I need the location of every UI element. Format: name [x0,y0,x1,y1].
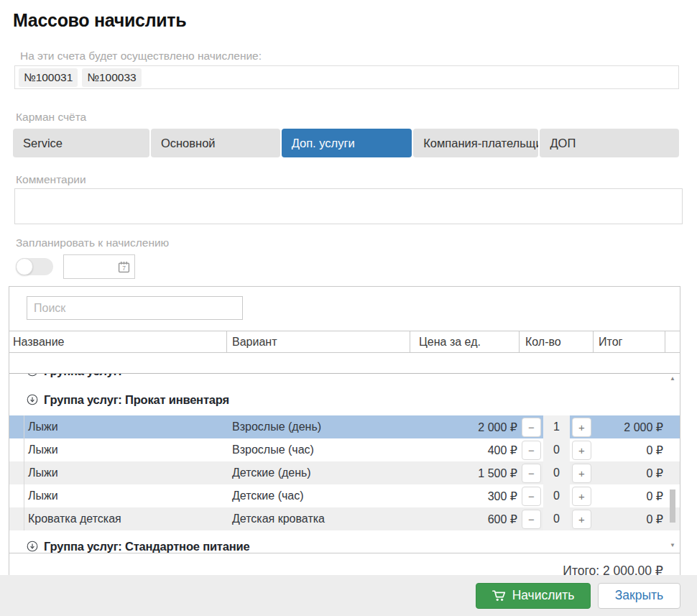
pocket-tab[interactable]: Доп. услуги [282,129,412,157]
accounts-box: №100031№100033 [14,65,679,89]
quantity-stepper: −1+ [520,415,594,438]
pocket-label: Карман счёта [16,111,697,124]
collapse-arrow-icon[interactable] [27,394,38,405]
item-total: 2 000 ₽ [594,420,680,434]
column-header: Название [9,331,227,352]
quantity-value: 0 [543,507,570,530]
clipped-group-row: Группа услуг: [9,374,680,384]
item-total: 0 ₽ [594,512,680,526]
scroll-up-arrow[interactable]: ▲ [668,376,677,382]
service-item-row[interactable]: ЛыжиДетские (день)1 500 ₽−0+0 ₽ [9,461,680,484]
page-title: Массово начислить [13,10,697,31]
schedule-date-field: 7 [63,254,135,279]
item-unit-price: 600 ₽ [410,512,520,526]
toggle-knob [16,258,33,275]
service-item-row[interactable]: ЛыжиДетские (час)300 ₽−0+0 ₽ [9,484,680,507]
row-indent-cell [9,461,24,484]
vertical-scrollbar: ▲ ▼ [668,376,677,548]
row-indent-cell [9,415,24,438]
quantity-increase-button[interactable]: + [572,441,591,460]
scroll-down-arrow[interactable]: ▼ [668,543,677,548]
quantity-decrease-button[interactable]: − [522,510,541,529]
account-tag: №100031 [19,68,78,87]
row-indent-cell [9,438,24,461]
item-unit-price: 300 ₽ [410,489,520,503]
account-tag: №100033 [82,68,141,87]
table-header: НазваниеВариантЦена за ед.Кол-воИтог [9,331,680,353]
quantity-increase-button[interactable]: + [572,487,591,506]
footer-bar: Начислить Закрыть [0,575,697,616]
item-variant: Детская кроватка [227,512,410,525]
charge-button[interactable]: Начислить [476,583,591,609]
pocket-tabs: ServiceОсновнойДоп. услугиКомпания-плате… [13,129,679,157]
item-name: Лыжи [24,443,227,456]
group-header-row[interactable]: Группа услуг: Стандартное питание [9,530,680,553]
quantity-decrease-button[interactable]: − [522,441,541,460]
item-variant: Взрослые (день) [227,420,410,433]
row-indent-cell [9,484,24,507]
cart-icon [492,589,507,602]
item-name: Лыжи [24,466,227,479]
item-unit-price: 2 000 ₽ [410,420,520,434]
schedule-toggle[interactable] [16,258,53,275]
accounts-label: На эти счета будет осуществлено начислен… [20,50,697,63]
pocket-tab[interactable]: ДОП [540,129,679,157]
service-item-row[interactable]: ЛыжиВзрослые (час)400 ₽−0+0 ₽ [9,438,680,461]
search-input[interactable] [27,296,243,320]
quantity-decrease-button[interactable]: − [522,487,541,506]
quantity-increase-button[interactable]: + [572,510,591,529]
charge-button-label: Начислить [512,588,575,603]
column-header: Вариант [227,331,410,352]
table-gap-row [9,353,680,373]
services-table: НазваниеВариантЦена за ед.Кол-воИтог Гру… [9,286,680,587]
quantity-increase-button[interactable]: + [572,418,591,437]
group-header-label: Группа услуг: [44,374,122,378]
comments-input[interactable] [14,188,683,224]
item-total: 0 ₽ [594,443,680,457]
item-total: 0 ₽ [594,489,680,503]
schedule-label: Запланировать к начислению [16,236,697,249]
quantity-increase-button[interactable]: + [572,464,591,483]
schedule-row: 7 [16,254,697,279]
quantity-value: 1 [543,415,570,438]
quantity-value: 0 [543,438,570,461]
column-header: Итог [594,331,665,352]
service-item-row[interactable]: ЛыжиВзрослые (день)2 000 ₽−1+2 000 ₽ [9,415,680,438]
item-unit-price: 1 500 ₽ [410,466,520,480]
group-header-label: Группа услуг: Стандартное питание [44,540,249,553]
column-header-spacer [665,331,680,352]
quantity-stepper: −0+ [520,438,594,461]
quantity-stepper: −0+ [520,507,594,530]
close-button-label: Закрыть [615,588,663,603]
comments-label: Комментарии [16,173,697,186]
collapse-arrow-icon[interactable] [27,374,38,377]
collapse-arrow-icon[interactable] [27,541,38,552]
item-total: 0 ₽ [594,466,680,480]
svg-text:7: 7 [122,265,126,272]
calendar-icon[interactable]: 7 [118,261,130,276]
column-header: Кол-во [520,331,594,352]
quantity-decrease-button[interactable]: − [522,418,541,437]
table-scroll-viewport[interactable]: Группа услуг:Группа услуг: Прокат инвент… [9,373,680,553]
item-name: Кроватка детская [24,512,227,525]
scrollbar-thumb[interactable] [670,489,675,523]
quantity-stepper: −0+ [520,484,594,507]
group-header-row[interactable]: Группа услуг: Прокат инвентаря [9,384,680,415]
column-header: Цена за ед. [410,331,520,352]
quantity-value: 0 [543,484,570,507]
item-name: Лыжи [24,489,227,502]
quantity-decrease-button[interactable]: − [522,464,541,483]
item-name: Лыжи [24,420,227,433]
pocket-tab[interactable]: Основной [151,129,280,157]
service-item-row[interactable]: Кроватка детскаяДетская кроватка600 ₽−0+… [9,507,680,530]
item-variant: Детские (час) [227,489,410,502]
item-variant: Детские (день) [227,466,410,479]
row-indent-cell [9,507,24,530]
quantity-value: 0 [543,461,570,484]
pocket-tab[interactable]: Service [13,129,149,157]
quantity-stepper: −0+ [520,461,594,484]
item-variant: Взрослые (час) [227,443,410,456]
close-button[interactable]: Закрыть [598,583,680,609]
group-header-row[interactable]: Группа услуг: [9,374,680,384]
pocket-tab[interactable]: Компания-плательщи [413,129,538,157]
